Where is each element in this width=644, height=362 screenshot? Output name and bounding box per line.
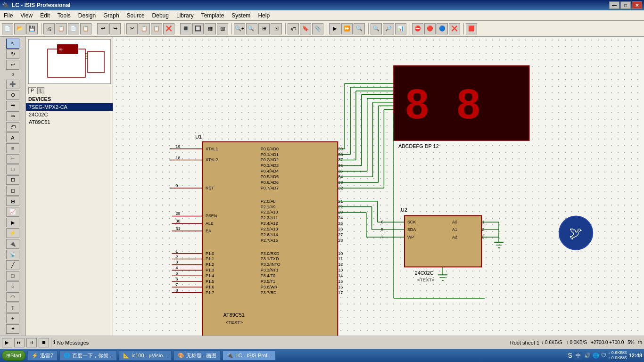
maximize-button[interactable]: □ bbox=[620, 1, 631, 9]
step-button[interactable]: ⏭ bbox=[14, 338, 25, 347]
wire-tool[interactable]: ➡ bbox=[6, 101, 19, 111]
menu-tools[interactable]: Tools bbox=[54, 10, 74, 21]
tb-btn-15[interactable]: 🔍 bbox=[371, 23, 382, 34]
tb-btn-21[interactable]: ❌ bbox=[449, 23, 460, 34]
menu-view[interactable]: View bbox=[17, 10, 36, 21]
tb-btn-22[interactable]: 🟥 bbox=[466, 23, 477, 34]
arc-tool[interactable]: ◠ bbox=[6, 292, 19, 302]
rotate-tool[interactable]: ↻ bbox=[6, 49, 19, 59]
circle-tool[interactable]: ○ bbox=[6, 281, 19, 291]
minimize-button[interactable]: — bbox=[609, 1, 619, 9]
copy-button[interactable]: 📋 bbox=[139, 23, 150, 34]
pause-button[interactable]: ⏸ bbox=[26, 338, 37, 347]
menu-library[interactable]: Library bbox=[173, 10, 198, 21]
tb-btn-11[interactable]: 📎 bbox=[312, 23, 323, 34]
bus-tool[interactable]: ⇒ bbox=[6, 111, 19, 121]
task-xunlei[interactable]: ⚡ 迅雷7 bbox=[27, 350, 58, 361]
open-button[interactable]: 📂 bbox=[14, 23, 25, 34]
tb-btn-8[interactable]: ▧ bbox=[217, 23, 228, 34]
mirror-tool[interactable]: ↩ bbox=[6, 60, 19, 70]
zoom-fit-button[interactable]: ⊞ bbox=[258, 23, 270, 34]
gen-tool[interactable]: ⚡ bbox=[6, 228, 19, 238]
label-tool[interactable]: 🏷 bbox=[6, 122, 19, 132]
menu-system[interactable]: System bbox=[228, 10, 254, 21]
speed-down: ↓ 0.6KB/S bbox=[608, 350, 627, 355]
panel-tab-p[interactable]: P bbox=[28, 87, 36, 94]
lang-icon[interactable]: 中 bbox=[574, 352, 582, 360]
box-tool[interactable]: □ bbox=[6, 271, 19, 281]
bus-entry-tool[interactable]: ⊢ bbox=[6, 154, 19, 164]
start-button[interactable]: ⊞ Start bbox=[2, 350, 25, 361]
component-mode[interactable]: ➕ bbox=[6, 80, 19, 90]
menu-design[interactable]: Design bbox=[74, 10, 99, 21]
tb-btn-6[interactable]: 🔲 bbox=[192, 23, 204, 34]
redo-button[interactable]: ↪ bbox=[109, 23, 121, 34]
menu-debug[interactable]: Debug bbox=[149, 10, 173, 21]
tb-btn-5[interactable]: 🔳 bbox=[180, 23, 191, 34]
device-at89c51[interactable]: AT89C51 bbox=[26, 118, 113, 126]
svg-text:26: 26 bbox=[338, 227, 343, 231]
menu-file[interactable]: File bbox=[0, 10, 17, 21]
device-24c02c[interactable]: 24C02C bbox=[26, 111, 113, 118]
symbol-tool[interactable]: + bbox=[6, 313, 19, 323]
print-button[interactable]: 🖨 bbox=[43, 23, 55, 34]
curr-probe[interactable]: 📡 bbox=[6, 250, 19, 260]
graph-tool[interactable]: 📈 bbox=[6, 207, 19, 217]
menu-graph[interactable]: Graph bbox=[99, 10, 123, 21]
tb-btn-3[interactable]: 📄 bbox=[68, 23, 79, 34]
volt-probe[interactable]: 🔌 bbox=[6, 239, 19, 249]
net-tool[interactable]: ≡ bbox=[6, 143, 19, 153]
new-button[interactable]: 📄 bbox=[2, 23, 13, 34]
schematic-canvas-area[interactable]: U1 AT89C51 <TEXT> P0.0/AD0 P0.1/AD1 P0.2… bbox=[113, 37, 644, 336]
pin-tool[interactable]: ⊟ bbox=[6, 197, 19, 206]
tb-btn-12[interactable]: ▶ bbox=[329, 23, 340, 34]
subcircuit-tool[interactable]: □ bbox=[6, 165, 19, 174]
terminal-tool[interactable]: ⊡ bbox=[6, 175, 19, 185]
text-tool[interactable]: A bbox=[6, 132, 19, 142]
tb-btn-4[interactable]: 📋 bbox=[80, 23, 91, 34]
task-keil[interactable]: 📐 ic100 - µVisio... bbox=[119, 350, 171, 361]
cut-button[interactable]: ✂ bbox=[126, 23, 138, 34]
undo-button[interactable]: ↩ bbox=[97, 23, 108, 34]
device-7seg[interactable]: 7SEG-MPX2-CA bbox=[26, 103, 113, 111]
panel-tab-l[interactable]: L bbox=[37, 87, 45, 94]
task-isis[interactable]: 🔌 LC - ISIS Prof... bbox=[223, 350, 276, 361]
svg-text:P3.5/T1: P3.5/T1 bbox=[261, 279, 275, 284]
stop-button[interactable]: ⏹ bbox=[39, 338, 49, 347]
close-button[interactable]: ✕ bbox=[632, 1, 642, 9]
play-button[interactable]: ▶ bbox=[2, 338, 12, 347]
menu-help[interactable]: Help bbox=[254, 10, 273, 21]
tb-btn-9[interactable]: 🏷 bbox=[288, 23, 299, 34]
tb-btn-2[interactable]: 📋 bbox=[56, 23, 67, 34]
tb-btn-10[interactable]: 🔖 bbox=[300, 23, 311, 34]
menu-edit[interactable]: Edit bbox=[36, 10, 54, 21]
task-baidu[interactable]: 🌐 百度一下，你就... bbox=[59, 350, 117, 361]
zoom-out-button[interactable]: 🔍- bbox=[246, 23, 257, 34]
tb-btn-17[interactable]: 📊 bbox=[395, 23, 406, 34]
menu-template[interactable]: Template bbox=[198, 10, 228, 21]
svg-text:3: 3 bbox=[176, 260, 178, 264]
tb-btn-19[interactable]: 🔴 bbox=[424, 23, 436, 34]
tb-btn-13[interactable]: ⏩ bbox=[341, 23, 353, 34]
tb-btn-x[interactable]: ❌ bbox=[163, 23, 174, 34]
zoom-area-button[interactable]: ⊡ bbox=[271, 23, 282, 34]
junction-tool[interactable]: ⊕ bbox=[6, 90, 19, 100]
paste-button[interactable]: 📋 bbox=[151, 23, 162, 34]
tb-btn-16[interactable]: 🔎 bbox=[383, 23, 394, 34]
svg-text:P2.1/A9: P2.1/A9 bbox=[261, 205, 276, 209]
save-button[interactable]: 💾 bbox=[26, 23, 38, 34]
tb-btn-7[interactable]: ▦ bbox=[205, 23, 216, 34]
marker-tool[interactable]: ✦ bbox=[6, 324, 19, 334]
zoom-in-button[interactable]: 🔍+ bbox=[234, 23, 245, 34]
line-tool[interactable]: ╱ bbox=[6, 260, 19, 270]
menu-source[interactable]: Source bbox=[123, 10, 149, 21]
tb-btn-18[interactable]: ⛔ bbox=[412, 23, 423, 34]
tape-tool[interactable]: ▶ bbox=[6, 218, 19, 228]
text2-tool[interactable]: T bbox=[6, 303, 19, 313]
svg-rect-133 bbox=[405, 215, 481, 267]
tb-btn-20[interactable]: 🔵 bbox=[437, 23, 448, 34]
task-paint[interactable]: 🎨 无标题 - 画图 bbox=[173, 350, 221, 361]
tb-btn-14[interactable]: 🔍 bbox=[354, 23, 365, 34]
select-tool[interactable]: ↖ bbox=[6, 39, 19, 49]
port-tool[interactable]: ◻ bbox=[6, 186, 19, 196]
